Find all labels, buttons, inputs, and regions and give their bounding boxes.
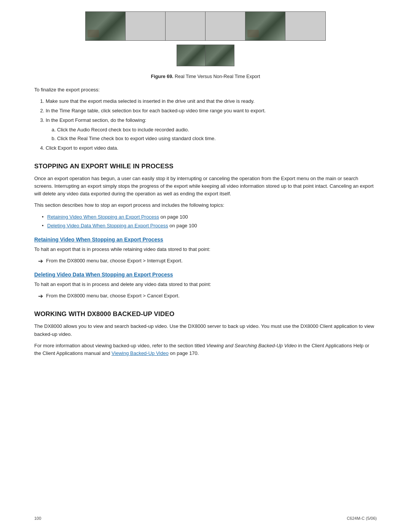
footer-page-number: 100 [34, 516, 41, 521]
working-body2-suffix: on page 170. [169, 350, 199, 356]
camera-thumbnail-small-1 [177, 45, 205, 66]
working-heading: WORKING WITH DX8000 BACKED-UP VIDEO [34, 310, 377, 318]
figure-small-cell-2 [206, 45, 234, 66]
figure-bottom-row [177, 45, 234, 66]
substep-b: Click the Real Time check box to export … [57, 135, 377, 142]
figure-caption: Figure 69. Real Time Versus Non-Real Tim… [151, 74, 260, 79]
retaining-body: To halt an export that is in process whi… [34, 246, 377, 253]
figure-cell-5 [245, 12, 285, 40]
figure-caption-bold: Figure 69. [151, 74, 174, 79]
retaining-link-suffix: on page 100 [159, 214, 188, 220]
figure-top-row [85, 11, 326, 41]
retaining-arrow-text: From the DX8000 menu bar, choose Export … [46, 257, 183, 265]
deleting-arrow-step: ➔ From the DX8000 menu bar, choose Expor… [38, 292, 377, 300]
figure-caption-text: Real Time Versus Non-Real Time Export [174, 74, 260, 79]
figure-cell-4 [206, 12, 245, 40]
intro-text: To finalize the export process: [34, 86, 377, 94]
deleting-arrow-text: From the DX8000 menu bar, choose Export … [46, 292, 180, 300]
arrow-right-icon: ➔ [38, 257, 43, 265]
stopping-heading: STOPPING AN EXPORT WHILE IN PROCESS [34, 163, 377, 170]
page-footer: 100 C624M-C (5/06) [34, 516, 377, 521]
viewing-link[interactable]: Viewing Backed-Up Video [112, 350, 169, 356]
topic-item-1: Retaining Video When Stopping an Export … [42, 213, 377, 221]
retaining-arrow-step: ➔ From the DX8000 menu bar, choose Expor… [38, 257, 377, 265]
figure-cell-6 [285, 12, 325, 40]
page-content: Figure 69. Real Time Versus Non-Real Tim… [0, 0, 411, 384]
step-4: Click Export to export video data. [46, 144, 377, 152]
deleting-body: To halt an export that is in process and… [34, 281, 377, 288]
camera-thumbnail-1 [86, 12, 125, 40]
figure-small-cell-1 [177, 45, 206, 66]
arrow-right-icon-2: ➔ [38, 292, 43, 300]
figure-cell-2 [126, 12, 166, 40]
working-body1: The DX8000 allows you to view and search… [34, 323, 377, 338]
camera-thumbnail-small-2 [206, 45, 234, 66]
figure-cell-3 [166, 12, 206, 40]
steps-list: Make sure that the export media selected… [46, 97, 377, 152]
figure-area: Figure 69. Real Time Versus Non-Real Tim… [34, 11, 377, 79]
stopping-body1: Once an export operation has begun, a us… [34, 175, 377, 198]
step-1: Make sure that the export media selected… [46, 97, 377, 105]
deleting-heading[interactable]: Deleting Video Data When Stopping an Exp… [34, 272, 377, 278]
retaining-link[interactable]: Retaining Video When Stopping an Export … [47, 214, 159, 220]
step-2: In the Time Range table, click selection… [46, 107, 377, 115]
substeps-list: Click the Audio Record check box to incl… [57, 126, 377, 142]
camera-thumbnail-5 [245, 12, 285, 40]
deleting-link-suffix: on page 100 [168, 223, 197, 228]
working-body2-italic: Viewing and Searching Backed-Up Video [206, 343, 296, 348]
deleting-link[interactable]: Deleting Video Data When Stopping an Exp… [47, 223, 168, 228]
stopping-body2: This section describes how to stop an ex… [34, 201, 377, 209]
step-3: In the Export Format section, do the fol… [46, 117, 377, 142]
footer-doc-number: C624M-C (5/06) [347, 516, 377, 521]
working-body2-prefix: For more information about viewing backe… [34, 343, 206, 348]
substep-a: Click the Audio Record check box to incl… [57, 126, 377, 134]
figure-cell-1 [86, 12, 126, 40]
working-body2: For more information about viewing backe… [34, 342, 377, 357]
retaining-heading[interactable]: Retaining Video When Stopping an Export … [34, 236, 377, 243]
topics-list: Retaining Video When Stopping an Export … [42, 213, 377, 230]
topic-item-2: Deleting Video Data When Stopping an Exp… [42, 222, 377, 230]
